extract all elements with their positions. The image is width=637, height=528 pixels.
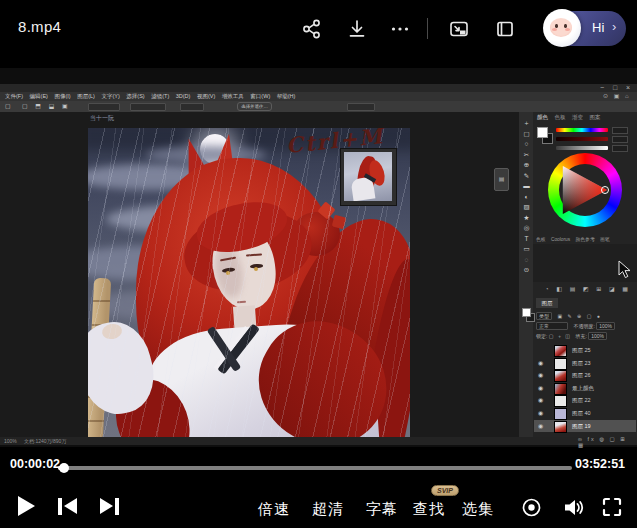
subtitles-button[interactable]: 字幕 [366,500,398,519]
layer-thumbnail [554,358,567,370]
video-player: 8.mp4 Hi › − □ × [0,0,637,528]
ps-tab-swatches2: 色板 [536,237,546,242]
playback-speed-button[interactable]: 倍速 [258,500,290,519]
ps-options-field [347,103,375,111]
ps-color-panel-tabs: 颜色 色板 渐变 图案 [537,114,606,121]
ps-lock-label: 锁定: [536,333,547,339]
eye-icon: ◉ [538,409,543,416]
ps-collapsed-panel: ▤ [494,168,509,191]
episodes-button[interactable]: 选集 [462,500,494,519]
ps-document-tab: 当十一阮 [90,114,114,123]
more-icon[interactable] [389,18,411,40]
current-time: 00:00:02 [10,457,60,471]
layer-row: ◉ 图层 26 [534,369,636,382]
ps-menu-window: 窗口(W) [250,93,270,99]
ps-brightness-slider [556,146,608,150]
picture-in-picture-icon[interactable] [448,18,470,40]
ps-menu-help: 帮助(H) [277,93,296,99]
progress-bar[interactable] [58,466,572,470]
layer-thumbnail [554,370,567,382]
ps-menu-type: 文字(Y) [101,93,119,99]
ps-layers-blend-row: 正常 不透明度: 100% [536,322,615,330]
ps-menu-select: 选择(S) [126,93,144,99]
ps-panel-fg-swatch [537,127,548,138]
ps-saturation-slider [556,137,608,141]
layer-thumbnail [554,408,567,420]
ps-slider-value [612,145,628,152]
ps-dock-tabs: 色板 Coolorus 颜色参考 画笔 [536,236,614,242]
ps-workspace-icons: ⊙ ▣ ⌂ [603,92,631,101]
eye-icon: ◉ [538,359,543,366]
download-icon[interactable] [346,18,368,40]
progress-knob[interactable] [59,463,69,473]
find-button[interactable]: 查找 [413,500,445,519]
layer-thumbnail [554,395,567,407]
next-button[interactable] [100,498,120,515]
eye-icon: ◉ [538,396,543,403]
ps-status-doc-info: 文档:1240万/890万 [24,438,66,444]
eye-icon: ◉ [538,422,543,429]
quality-button[interactable]: 超清 [312,500,344,519]
ps-lock-icons: ▢ ＋ ◫ [549,333,571,339]
play-button[interactable] [18,496,35,516]
ps-tab-coolorus: Coolorus [551,237,570,242]
volume-icon[interactable] [562,497,586,518]
ps-menu-file: 文件(F) [5,93,23,99]
layer-row: 图层 25 [534,344,636,357]
layer-name: 图层 26 [572,372,591,379]
ps-layers-tab: 图层 [536,298,558,308]
previous-button[interactable] [58,498,78,515]
ps-foreground-swatch [522,308,531,317]
ps-tab-color-ref: 颜色参考 [575,237,594,242]
layer-name: 图层 23 [572,360,591,367]
avatar-blush-right [565,28,570,31]
ps-layer-filter-icons: ▣ ✎ ⊕ ▢ ● [557,313,601,319]
ps-layers-filter-row: 类型 ▣ ✎ ⊕ ▢ ● [536,312,602,320]
ps-tab-swatches: 色板 [555,114,566,120]
ps-tab-gradients: 渐变 [572,114,583,120]
ps-titlebar [0,84,637,92]
ps-close-icon: × [626,84,630,92]
ps-slider-value [612,127,628,134]
mini-player-icon[interactable] [494,18,516,40]
ps-hue-slider [556,128,608,132]
ps-menu-edit: 编辑(E) [30,93,48,99]
mouse-cursor [618,260,632,279]
record-mode-icon[interactable] [521,497,542,518]
fullscreen-icon[interactable] [602,497,622,517]
ps-tool-icon: ▢ [5,103,11,110]
layer-name: 图层 19 [572,423,591,430]
ps-adjustment-icons: ◔ ◧ ▤ ◩ ⊞ ◪ ▦ [545,285,631,292]
layer-name: 图层 22 [572,397,591,404]
ps-layers-bottom-icons: ∞ fx ◍ ▢ ⊞ ▦ [578,436,637,448]
ps-menu-plugins: 增效工具 [222,93,244,99]
ps-options-field [88,103,120,111]
ps-status-zoom: 100% [4,438,17,444]
layer-name: 图层 40 [572,410,591,417]
avatar-eye-left [555,24,558,28]
ps-menu-layer: 图层(L) [77,93,95,99]
ps-tab-patterns: 图案 [590,114,601,120]
ps-color-marker [601,186,609,194]
ps-fill-value: 100% [588,332,607,340]
eye-icon: ◉ [538,371,543,378]
ps-layer-filter-type: 类型 [536,312,552,320]
layer-name: 图层 25 [572,347,591,354]
ps-select-mask-button: 选择并遮住… [237,102,272,111]
layer-row: ◉ 图层 40 [534,407,636,420]
ps-menu-filter: 滤镜(T) [151,93,169,99]
ps-menu-3d: 3D(D) [176,93,191,99]
total-duration: 03:52:51 [575,457,625,471]
ps-status-bar [0,437,637,445]
layer-name: 最上颜色 [572,385,594,392]
ps-options-field [180,103,204,111]
svip-badge: SVIP [431,485,459,496]
ps-fill-label: 填充: [575,333,586,339]
ps-slider-value [612,136,628,143]
ps-menu-view: 视图(V) [197,93,215,99]
avatar-greeting[interactable]: Hi [592,20,604,35]
chevron-right-icon: › [612,19,616,34]
layer-thumbnail [554,421,567,433]
share-icon[interactable] [301,18,323,40]
ps-maximize-icon: □ [613,84,617,92]
